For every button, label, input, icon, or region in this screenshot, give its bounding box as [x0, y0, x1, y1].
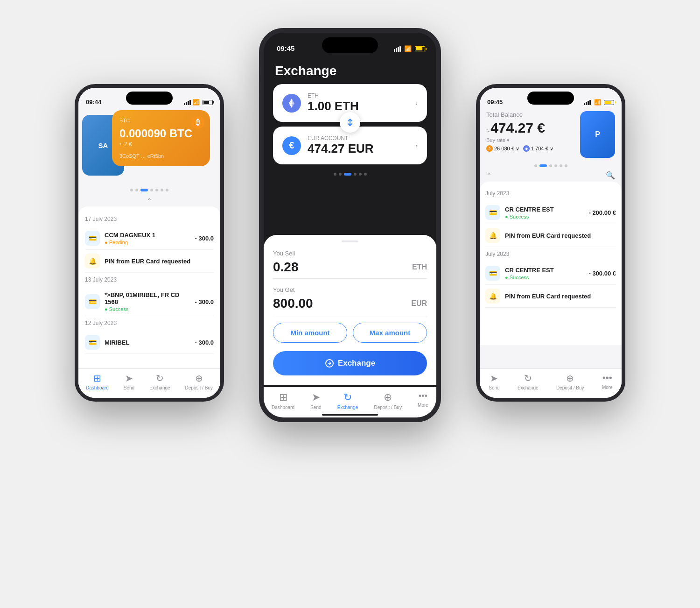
date-label-1: 17 July 2023 [85, 216, 214, 222]
btc-eur: ≈ 2 € [119, 141, 203, 148]
amount-buttons-container: Min amount Max amount [273, 323, 427, 343]
max-amount-button[interactable]: Max amount [353, 323, 427, 343]
home-indicator [322, 414, 378, 416]
right-nav-deposit[interactable]: ⊕ Deposit / Buy [556, 373, 584, 390]
eth-label: ETH [308, 92, 409, 99]
eur-card-arrow: › [415, 142, 418, 149]
left-bottom-nav: ⊞ Dashboard ➤ Send ↻ Exchange ⊕ Deposit … [78, 368, 220, 398]
btc-icon-small: ₿ [486, 145, 493, 152]
btc-rate-item[interactable]: ₿ 26 080 € ∨ [486, 145, 519, 152]
search-button[interactable]: 🔍 [606, 171, 615, 180]
exchange-submit-button[interactable]: Exchange [273, 351, 427, 375]
sell-label: You Sell [273, 250, 427, 257]
deposit-icon: ⊕ [195, 373, 203, 384]
right-bottom-nav: ➤ Send ↻ Exchange ⊕ Deposit / Buy ••• Mo… [480, 368, 622, 398]
right-phone: 09:45 📶 Total Balance ≈ 47 [476, 84, 625, 402]
right-chevron-up[interactable]: ⌃ [486, 172, 492, 179]
dot-6 [161, 189, 163, 191]
right-txn-2[interactable]: 💳 CR CENTRE EST ● Success - 300.00 € [485, 262, 616, 285]
bell-icon: 🔔 [85, 254, 100, 269]
right-txn-name-2: CR CENTRE EST [505, 267, 584, 274]
right-send-icon: ➤ [490, 373, 498, 384]
right-txn-status-2: ● Success [505, 275, 584, 280]
nav-dashboard-label: Dashboard [86, 385, 109, 390]
eur-label: EUR ACCOUNT [308, 135, 409, 141]
btc-amount: 0.000090 BTC [119, 127, 203, 140]
transaction-row-2[interactable]: 💳 *>BNP, 01MIRIBEL, FR CD 1568 ● Success… [85, 288, 214, 316]
right-more-label: More [602, 385, 613, 390]
c-dot-1 [334, 173, 336, 176]
sell-input-row[interactable]: 0.28 ETH [273, 260, 427, 279]
right-txn-status-1: ● Success [505, 214, 584, 219]
right-pin-text-1: PIN from EUR Card requested [505, 232, 616, 239]
right-deposit-icon: ⊕ [566, 373, 574, 384]
chevron-up[interactable]: ⌃ [78, 195, 220, 206]
left-status-time: 09:44 [86, 99, 101, 106]
center-status-icons: 📶 [394, 45, 425, 52]
transaction-row[interactable]: 💳 CCM DAGNEUX 1 ● Pending - 300.0 [85, 227, 214, 250]
c-dot-2 [339, 173, 342, 176]
dot-4 [150, 189, 153, 191]
buy-rate-label[interactable]: Buy rate ▾ [486, 137, 510, 143]
right-txn-name-1: CR CENTRE EST [505, 206, 584, 213]
transaction-row-3[interactable]: 💳 MIRIBEL - 300.0 [85, 331, 214, 354]
center-nav-dashboard[interactable]: ⊞ Dashboard [272, 391, 294, 410]
get-input-row[interactable]: 800.00 EUR [273, 296, 427, 315]
center-status-time: 09:45 [277, 44, 294, 52]
sell-input-group: You Sell 0.28 ETH [273, 250, 427, 279]
swap-button[interactable] [340, 112, 360, 133]
blue-card-right[interactable]: P [580, 111, 615, 158]
eth-icon-small: ◆ [523, 145, 530, 152]
txn-card-icon: 💳 [85, 231, 100, 246]
right-txn-icon-1: 💳 [485, 205, 500, 220]
exchange-cards-container: ETH 1.00 ETH › € EUR ACCOUNT 474 [264, 84, 436, 164]
right-bell-2: 🔔 [485, 289, 500, 304]
right-pin-2: 🔔 PIN from EUR Card requested [485, 285, 616, 308]
sell-currency: ETH [412, 263, 427, 271]
r-dot-6 [565, 164, 567, 167]
right-nav-send[interactable]: ➤ Send [489, 373, 499, 390]
center-nav-send[interactable]: ➤ Send [310, 391, 321, 410]
eth-rate-item[interactable]: ◆ 1 704 € ∨ [523, 145, 553, 152]
eth-card-arrow: › [415, 99, 418, 107]
left-phone: 09:44 📶 SA BTC [75, 84, 224, 402]
right-nav-more[interactable]: ••• More [602, 373, 613, 390]
right-date-2: July 2023 [485, 251, 616, 257]
exchange-btn-label: Exchange [338, 359, 375, 368]
dot-7 [166, 189, 168, 191]
left-dynamic-island [126, 92, 173, 105]
right-exchange-label: Exchange [518, 385, 538, 390]
right-status-icons: 📶 [584, 99, 614, 106]
right-txn-1[interactable]: 💳 CR CENTRE EST ● Success - 200.00 € [485, 201, 616, 224]
right-txn-amount-2: - 300.00 € [588, 270, 616, 277]
center-send-label: Send [310, 405, 321, 410]
right-more-icon: ••• [602, 373, 612, 383]
center-more-icon: ••• [419, 391, 427, 401]
nav-deposit-left[interactable]: ⊕ Deposit / Buy [185, 373, 213, 390]
right-pin-text-2: PIN from EUR Card requested [505, 293, 616, 300]
r-dot-1 [534, 164, 537, 167]
btc-address: 3CoSQT … eRt5bn [119, 153, 203, 159]
get-value[interactable]: 800.00 [273, 296, 411, 311]
eth-coin-icon [282, 94, 301, 113]
nav-send-left[interactable]: ➤ Send [124, 373, 134, 390]
txn-amount-1: - 300.0 [195, 235, 214, 242]
center-nav-more[interactable]: ••• More [418, 391, 428, 410]
sell-value[interactable]: 0.28 [273, 260, 412, 275]
btc-rate-value: 26 080 € ∨ [494, 146, 519, 152]
exchange-icon: ↻ [156, 373, 164, 384]
get-input-group: You Get 800.00 EUR [273, 286, 427, 315]
center-nav-deposit[interactable]: ⊕ Deposit / Buy [374, 391, 401, 410]
center-nav-exchange[interactable]: ↻ Exchange [337, 391, 358, 410]
nav-dashboard-left[interactable]: ⊞ Dashboard [86, 373, 109, 390]
nav-exchange-left[interactable]: ↻ Exchange [149, 373, 170, 390]
btc-card[interactable]: BTC ₿ 0.000090 BTC ≈ 2 € 3CoSQT … eRt5bn [112, 110, 210, 166]
right-nav-exchange[interactable]: ↻ Exchange [518, 373, 538, 390]
right-card-dots [480, 161, 622, 171]
center-phone: 09:45 📶 Exchange [259, 28, 441, 422]
txn-card-icon-3: 💳 [85, 335, 100, 350]
left-status-icons: 📶 [184, 99, 213, 106]
txn-card-icon-2: 💳 [85, 294, 100, 309]
min-amount-button[interactable]: Min amount [273, 323, 347, 343]
right-send-label: Send [489, 385, 499, 390]
